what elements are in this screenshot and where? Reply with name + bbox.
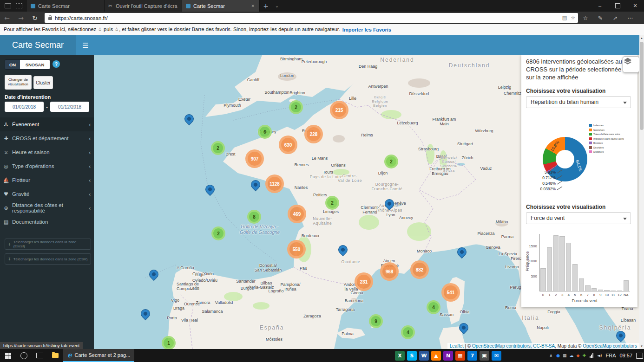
- help-button[interactable]: ?: [53, 60, 60, 68]
- map-cluster-marker[interactable]: 1128: [265, 175, 284, 193]
- attribution-link[interactable]: OpenStreetMap contributors: [472, 343, 531, 349]
- date-from-input[interactable]: [5, 102, 44, 112]
- map-cluster-marker[interactable]: 550: [287, 240, 306, 259]
- back-button[interactable]: ←: [0, 14, 14, 22]
- map-cluster-marker[interactable]: 2: [325, 196, 339, 210]
- map-cluster-marker[interactable]: 630: [279, 136, 297, 154]
- search-button[interactable]: [16, 349, 32, 362]
- forward-button[interactable]: →: [14, 14, 28, 22]
- visualisation-select-1[interactable]: Répartition du bilan humain: [526, 96, 631, 108]
- set-tabs-aside-icon[interactable]: [5, 3, 11, 8]
- sidebar-item-documentation[interactable]: ▤Documentation: [0, 215, 94, 229]
- sidebar-item--venement[interactable]: ⚓Évenement‹: [0, 117, 94, 131]
- hub-icon[interactable]: ☆: [578, 15, 593, 21]
- scrollbar-thumb[interactable]: [640, 42, 644, 130]
- browser-tab[interactable]: Carte Secmar✕: [182, 0, 260, 12]
- map-cluster-marker[interactable]: 882: [410, 260, 429, 279]
- sidebar-item-flotteur[interactable]: ⛵Flotteur‹: [0, 173, 94, 187]
- download-button[interactable]: ↧Télécharger les données dans la zone (C…: [5, 253, 91, 265]
- map-cluster-marker[interactable]: 469: [288, 205, 306, 223]
- sidebar-toggle-icon[interactable]: ☰: [76, 35, 95, 55]
- legend-item[interactable]: Disparues: [589, 150, 636, 153]
- word-icon[interactable]: W: [419, 351, 429, 361]
- map-cluster-marker[interactable]: 2: [384, 155, 398, 168]
- attribution-link[interactable]: OpenSeaMap contributors: [583, 343, 637, 349]
- taskbar-clock[interactable]: 09:57: [619, 353, 632, 358]
- map-cluster-marker[interactable]: 6: [258, 125, 272, 139]
- tab-list-button[interactable]: ⌄: [272, 0, 282, 12]
- scroll-up-arrow[interactable]: ▲: [639, 35, 644, 41]
- start-button[interactable]: [0, 349, 16, 362]
- page-scrollbar[interactable]: ▲ ▼: [639, 35, 644, 349]
- url-text[interactable]: https://carte.snosan.fr/: [55, 15, 559, 21]
- tray-alert-icon[interactable]: ◆: [577, 353, 580, 358]
- snosan-toggle[interactable]: ON SNOSAN: [5, 59, 50, 70]
- legend-item[interactable]: Secourues: [589, 129, 636, 131]
- map-cluster-marker[interactable]: 9: [369, 314, 383, 328]
- map-cluster-marker[interactable]: 4: [427, 300, 440, 314]
- onenote-icon[interactable]: N: [443, 351, 453, 361]
- map-pin-marker[interactable]: [140, 309, 151, 321]
- photos-icon[interactable]: ▣: [480, 351, 489, 361]
- map-pin-marker[interactable]: [250, 180, 261, 192]
- legend-item[interactable]: Impliquées dans fausse alerte: [589, 137, 636, 140]
- share-icon[interactable]: ↗: [608, 15, 623, 21]
- new-tab-button[interactable]: +: [260, 0, 272, 12]
- tray-grid-icon[interactable]: ▦: [563, 353, 567, 358]
- download-button[interactable]: ↧Télécharger les données dans la zone (E…: [5, 239, 91, 250]
- vlc-icon[interactable]: ▲: [431, 351, 441, 361]
- web-note-icon[interactable]: ✎: [593, 15, 608, 21]
- sidebar-item-type-d-op-rations[interactable]: ◎Type d'opérations‹: [0, 159, 94, 173]
- mail-icon[interactable]: ✉: [492, 351, 501, 361]
- scroll-down-arrow[interactable]: ▼: [639, 343, 644, 349]
- map-cluster-marker[interactable]: 231: [355, 272, 373, 291]
- map-pin-marker[interactable]: [338, 245, 348, 257]
- legend-item[interactable]: Indemnes: [589, 124, 636, 127]
- date-to-input[interactable]: [50, 102, 89, 112]
- legend-item[interactable]: Blessées: [589, 142, 636, 144]
- layers-control-button[interactable]: [623, 56, 639, 73]
- legend-item[interactable]: Décédées: [589, 146, 636, 149]
- map-cluster-marker[interactable]: 1: [162, 336, 176, 349]
- map-pin-marker[interactable]: [384, 199, 394, 211]
- notification-center-icon[interactable]: [636, 353, 643, 359]
- refresh-button[interactable]: ↻: [28, 14, 42, 22]
- attribution-link[interactable]: CC-BY-SA: [533, 343, 555, 349]
- volume-icon[interactable]: ◄): [597, 353, 602, 358]
- browser-tab[interactable]: Carte Secmar: [27, 0, 105, 12]
- attribution-link[interactable]: Leaflet: [450, 343, 464, 349]
- browser-tab[interactable]: ✂Ouvrir l'outil Capture d'écra: [105, 0, 182, 12]
- import-favorites-link[interactable]: Importer les Favoris: [342, 27, 391, 32]
- sidebar-item-gravit-[interactable]: ♥Gravité‹: [0, 187, 94, 201]
- language-indicator[interactable]: FRA: [605, 353, 616, 358]
- map-cluster-marker[interactable]: 4: [401, 325, 415, 339]
- tab-close-icon[interactable]: ✕: [250, 3, 256, 9]
- task-view-button[interactable]: [32, 349, 47, 362]
- file-explorer-button[interactable]: [47, 349, 63, 362]
- reading-view-icon[interactable]: ▤: [562, 15, 567, 21]
- visualisation-select-2[interactable]: Force du vent: [526, 212, 631, 224]
- more-options-icon[interactable]: ⋯: [623, 15, 637, 21]
- favorite-star-icon[interactable]: ☆: [571, 15, 575, 21]
- sidebar-item-cross-et-d-partement[interactable]: ✚CROSS et département‹: [0, 131, 94, 145]
- taskbar-active-app[interactable]: e Carte Secmar et 2 pag...: [63, 349, 134, 362]
- minimize-button[interactable]: –: [591, 0, 609, 12]
- tray-status-icon[interactable]: ●: [556, 353, 560, 358]
- calendar-icon[interactable]: 7: [467, 351, 477, 361]
- map-pin-marker[interactable]: [616, 331, 626, 343]
- skype-icon[interactable]: S: [407, 351, 417, 361]
- map-cluster-marker[interactable]: 228: [304, 125, 323, 143]
- legend-item[interactable]: Tirées d'affaire sans soins: [589, 133, 636, 136]
- map-cluster-marker[interactable]: 968: [380, 262, 399, 281]
- map-pin-marker[interactable]: [457, 247, 467, 259]
- map-cluster-marker[interactable]: 2: [211, 226, 225, 240]
- map-cluster-marker[interactable]: 215: [330, 101, 348, 119]
- sidebar-item-distance-des-c-tes-et-responsabilit-[interactable]: ⊕Distance des côtes et responsabilité‹: [0, 201, 94, 215]
- map-pin-marker[interactable]: [205, 185, 215, 197]
- tray-cloud-icon[interactable]: ☁: [570, 353, 574, 358]
- map-cluster-marker[interactable]: 8: [247, 210, 261, 224]
- map-cluster-marker[interactable]: 2: [211, 141, 225, 155]
- map-cluster-marker[interactable]: 541: [441, 283, 460, 302]
- map-pin-marker[interactable]: [149, 270, 159, 282]
- show-hidden-icons-button[interactable]: ∧: [550, 353, 553, 358]
